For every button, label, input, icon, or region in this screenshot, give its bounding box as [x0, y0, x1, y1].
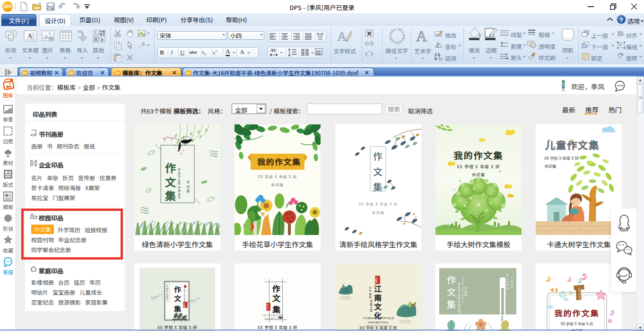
svg-text:金印客: 金印客	[463, 286, 468, 297]
svg-text:作: 作	[373, 149, 383, 163]
svg-text:山水柔情: 山水柔情	[368, 286, 373, 299]
svg-text:下辈子无论爱与不爱都: 下辈子无论爱与不爱都	[262, 314, 283, 317]
svg-text:作: 作	[447, 273, 456, 286]
svg-text:中国风古诗集: 中国风古诗集	[166, 285, 169, 300]
svg-text:我的作文集: 我的作文集	[257, 156, 301, 167]
svg-text:金印客: 金印客	[544, 163, 557, 169]
svg-text:b: b	[435, 56, 437, 60]
svg-text:诗人笔下的: 诗人笔下的	[505, 274, 510, 290]
svg-text:文: 文	[272, 292, 281, 304]
svg-text:泽厚江南: 泽厚江南	[369, 299, 374, 313]
svg-text:XX 学校 X 年级 X 班: XX 学校 X 年级 X 班	[457, 164, 500, 170]
svg-text:abcabcabcabcabc: abcabcabcabcabc	[389, 27, 406, 44]
svg-text:集: 集	[373, 180, 383, 193]
svg-text:作: 作	[165, 159, 176, 175]
svg-text:金印客: 金印客	[186, 180, 191, 194]
svg-text:我的作文集: 我的作文集	[453, 148, 503, 161]
svg-text:集: 集	[165, 187, 176, 203]
svg-text:金印客: 金印客	[271, 182, 284, 187]
svg-text:XX 学校 X 年级 X 班: XX 学校 X 年级 X 班	[561, 321, 593, 326]
svg-text:5: 5	[95, 30, 97, 36]
svg-text:XX 学校 X 年级 X 班: XX 学校 X 年级 X 班	[544, 155, 579, 161]
svg-text:金印客: 金印客	[183, 303, 185, 308]
svg-text:文: 文	[174, 293, 182, 303]
svg-text:金印客: 金印客	[472, 172, 486, 177]
svg-text:才华横溢新时代优秀作文选: 才华横溢新时代优秀作文选	[363, 316, 394, 320]
svg-text:某某学校某年级某班: 某某学校某年级某班	[457, 282, 461, 314]
svg-text:某某学校某年级某班: 某某学校某年级某班	[177, 168, 182, 200]
svg-text:A: A	[416, 27, 427, 44]
svg-text:集: 集	[447, 297, 456, 310]
svg-text:集: 集	[174, 304, 182, 314]
svg-text:作: 作	[174, 284, 181, 294]
svg-text:b: b	[438, 52, 440, 57]
svg-text:传承经典文化知识: 传承经典文化知识	[368, 321, 389, 324]
svg-text:文: 文	[447, 285, 456, 298]
svg-text:XX 学校 X 年级 X 班: XX 学校 X 年级 X 班	[359, 201, 398, 207]
svg-text:我的作文集: 我的作文集	[555, 307, 600, 319]
svg-text:甲岁月: 甲岁月	[266, 304, 269, 310]
svg-text:水乡江南: 水乡江南	[510, 276, 514, 289]
svg-text:A: A	[337, 29, 347, 44]
svg-text:文: 文	[373, 165, 383, 178]
svg-text:金印客: 金印客	[372, 210, 385, 215]
svg-text:集: 集	[272, 303, 281, 315]
svg-text:XX 学校 X 年级 X 班: XX 学校 X 年级 X 班	[258, 174, 297, 179]
